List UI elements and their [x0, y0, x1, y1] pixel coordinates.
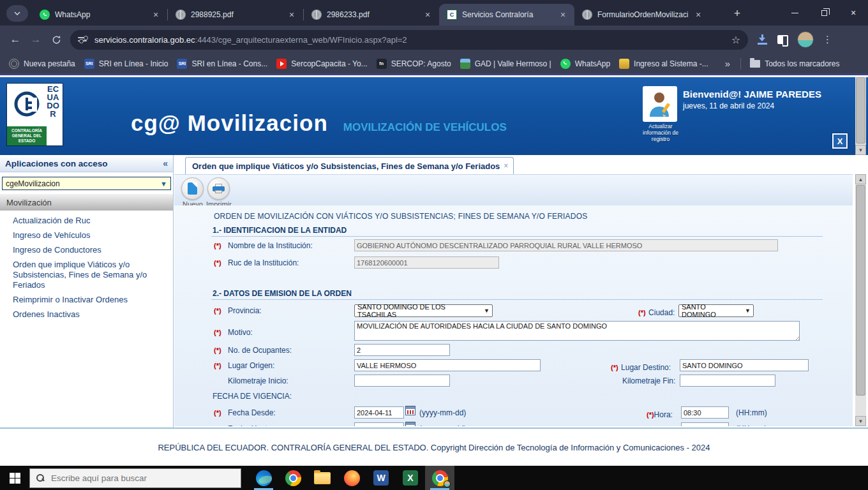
bookmark-ingreso-sistema[interactable]: Ingreso al Sistema -...	[619, 59, 708, 69]
main-content: Orden que implique Viáticos y/o Subsiste…	[174, 155, 853, 427]
bookmark-label: SERCOP: Agosto	[391, 59, 451, 68]
search-input[interactable]	[51, 473, 234, 483]
sidebar-item-actualizacion-ruc[interactable]: Actualización de Ruc	[13, 216, 169, 226]
taskbar-edge[interactable]	[249, 466, 278, 490]
bookmark-whatsapp[interactable]: WhatsApp	[560, 59, 610, 69]
bookmarks-overflow-button[interactable]: »	[725, 58, 730, 69]
whatsapp-icon	[560, 59, 571, 69]
browser-tab-formulario[interactable]: FormularioOrdenMovilizacio ×	[574, 4, 710, 26]
content-tab-orden[interactable]: Orden que implique Viáticos y/o Subsiste…	[185, 157, 514, 174]
chevron-down-icon: ▼	[745, 308, 751, 314]
sidebar-collapse-icon[interactable]: «	[163, 158, 168, 168]
bookmark-sri-consultas[interactable]: SRISRI en Línea - Cons...	[177, 59, 267, 69]
scrollbar-thumb[interactable]	[856, 185, 865, 396]
bookmark-sercopcapacita[interactable]: SercopCapacita - Yo...	[276, 59, 367, 69]
fecha-hasta-input[interactable]	[354, 422, 404, 426]
motivo-textarea[interactable]: MOVILIZACIÓN DE AUTORIDADES HACIA LA CIU…	[354, 321, 800, 341]
vigencia-label: FECHA DE VIGENCIA:	[213, 392, 292, 401]
cge-emblem-icon	[7, 84, 47, 126]
reload-button[interactable]	[46, 29, 66, 50]
section1-title: 1.- IDENTIFICACION DE LA ENTIDAD	[213, 226, 347, 235]
sidebar-item-ordenes-inactivas[interactable]: Ordenes Inactivas	[13, 309, 169, 320]
calendar-icon[interactable]	[405, 422, 415, 426]
origen-input[interactable]	[354, 359, 541, 371]
browser-tab-pdf-2[interactable]: 2986233.pdf ×	[304, 4, 439, 26]
profile-avatar[interactable]	[797, 31, 814, 48]
update-registration-button[interactable]	[643, 86, 677, 122]
menu-dots-icon[interactable]: ⋮	[823, 34, 832, 45]
globe-icon	[9, 59, 19, 69]
tab-close-icon[interactable]: ×	[151, 10, 161, 20]
taskbar-explorer[interactable]	[308, 466, 337, 490]
provincia-value: SANTO DOMINGO DE LOS TSACHILAS	[357, 303, 480, 318]
address-bar[interactable]: servicios.contraloria.gob.ec:4443/cge_ar…	[70, 30, 748, 50]
window-minimize-button[interactable]	[780, 0, 809, 26]
taskbar-search[interactable]	[29, 468, 241, 488]
calendar-icon[interactable]	[405, 406, 415, 415]
content-tab-close-icon[interactable]: ×	[504, 161, 508, 170]
cge-favicon: C	[447, 10, 457, 20]
sidebar-item-reimprimir-inactivar[interactable]: Reimprimir o Inactivar Ordenes	[13, 295, 169, 305]
ciudad-select[interactable]: SANTO DOMINGO▼	[678, 304, 754, 317]
browser-toolbar: ← → servicios.contraloria.gob.ec:4443/cg…	[0, 26, 868, 54]
print-button[interactable]	[207, 177, 230, 200]
side-panel-icon[interactable]	[777, 35, 788, 44]
application-select[interactable]: cgeMovilizacion ▼	[2, 177, 171, 190]
window-close-button[interactable]: ×	[839, 0, 868, 26]
profile-badge	[444, 480, 451, 487]
required-mark: (*)	[638, 309, 646, 316]
km-fin-input[interactable]	[680, 375, 775, 387]
origen-label: Lugar Origen:	[228, 361, 274, 370]
reload-icon	[52, 35, 61, 45]
taskbar-word[interactable]: W	[366, 466, 396, 490]
content-scrollbar[interactable]: ▲ ▼	[855, 174, 866, 426]
bookmark-sri-inicio[interactable]: SRISRI en Línea - Inicio	[84, 59, 168, 69]
taskbar-chrome-active[interactable]	[425, 466, 454, 490]
fecha-desde-input[interactable]	[354, 406, 404, 419]
km-inicio-input[interactable]	[354, 375, 450, 387]
hora-hasta-input[interactable]	[681, 422, 729, 426]
window-restore-button[interactable]	[809, 0, 839, 26]
footer-text: REPÚBLICA DEL ECUADOR. CONTRALORÍA GENER…	[158, 443, 710, 452]
new-button[interactable]	[181, 177, 204, 200]
app-close-button[interactable]: X	[832, 133, 848, 149]
site-settings-icon[interactable]	[78, 34, 88, 45]
all-bookmarks-button[interactable]: Todos los marcadores	[750, 59, 839, 68]
taskbar-chrome[interactable]	[278, 466, 308, 490]
ciudad-value: SANTO DOMINGO	[682, 303, 741, 318]
scrollbar-thumb[interactable]	[856, 77, 865, 144]
sidebar-item-ingreso-vehiculos[interactable]: Ingreso de Vehículos	[13, 230, 169, 241]
provincia-select[interactable]: SANTO DOMINGO DE LOS TSACHILAS▼	[354, 304, 493, 317]
bookmark-gad-valle-hermoso[interactable]: GAD | Valle Hermoso |	[460, 59, 551, 69]
destino-input[interactable]	[680, 359, 809, 371]
scroll-up-button[interactable]: ▲	[855, 174, 866, 184]
screen: WhatsApp × 2988925.pdf × 2986233.pdf × C…	[0, 0, 868, 490]
chevron-down-icon: ▼	[484, 308, 490, 314]
url-path: :4443/cge_arquitecturaexterna_web/WFInic…	[195, 35, 407, 45]
back-button[interactable]: ←	[5, 29, 26, 50]
hora-desde-input[interactable]	[681, 406, 729, 419]
tab-close-icon[interactable]: ×	[558, 10, 568, 20]
new-tab-button[interactable]: +	[729, 5, 745, 22]
taskbar-excel[interactable]: X	[396, 466, 425, 490]
sidebar-item-ingreso-conductores[interactable]: Ingreso de Conductores	[13, 245, 169, 255]
bookmark-nueva-pestana[interactable]: Nueva pestaña	[9, 59, 75, 69]
sidebar-item-orden-viaticos[interactable]: Orden que implique Viáticos y/o Subsiste…	[13, 260, 169, 290]
browser-tab-servicios-active[interactable]: C Servicios Contraloría ×	[439, 4, 574, 26]
tab-close-icon[interactable]: ×	[693, 10, 703, 20]
scroll-down-button[interactable]: ▼	[855, 416, 866, 426]
browser-tab-whatsapp[interactable]: WhatsApp ×	[32, 4, 167, 26]
tab-close-icon[interactable]: ×	[287, 10, 297, 20]
scroll-down-button[interactable]: ▼	[855, 145, 866, 155]
tab-search-button[interactable]	[6, 5, 28, 22]
bookmark-star-icon[interactable]: ☆	[731, 34, 740, 46]
taskbar-firefox[interactable]	[337, 466, 366, 490]
forward-button[interactable]: →	[26, 29, 46, 50]
bookmark-sercop-agosto[interactable]: fnSERCOP: Agosto	[377, 59, 451, 69]
header-scrollbar[interactable]: ▼	[855, 77, 866, 155]
tab-close-icon[interactable]: ×	[423, 10, 433, 20]
start-button[interactable]	[0, 466, 29, 490]
browser-tab-pdf-1[interactable]: 2988925.pdf ×	[168, 4, 303, 26]
download-icon[interactable]	[757, 34, 768, 45]
ocupantes-input[interactable]	[354, 344, 450, 356]
